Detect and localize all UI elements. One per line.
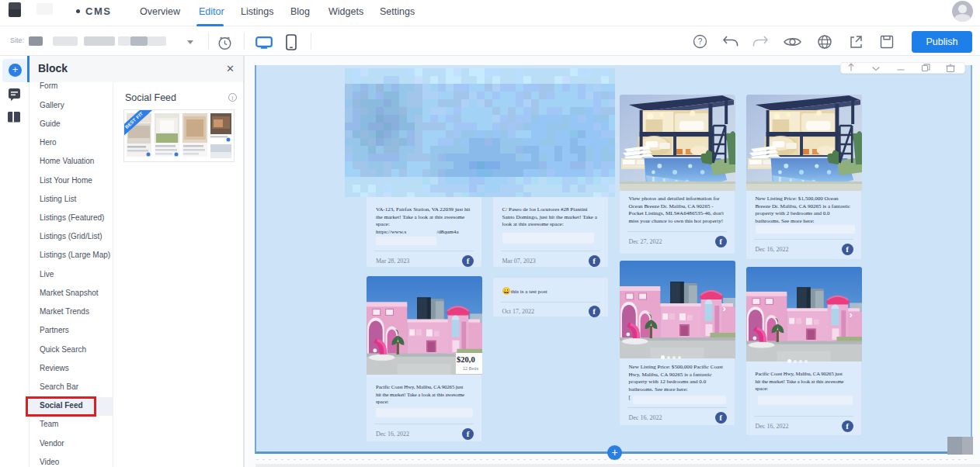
- svg-text:?: ?: [698, 37, 703, 46]
